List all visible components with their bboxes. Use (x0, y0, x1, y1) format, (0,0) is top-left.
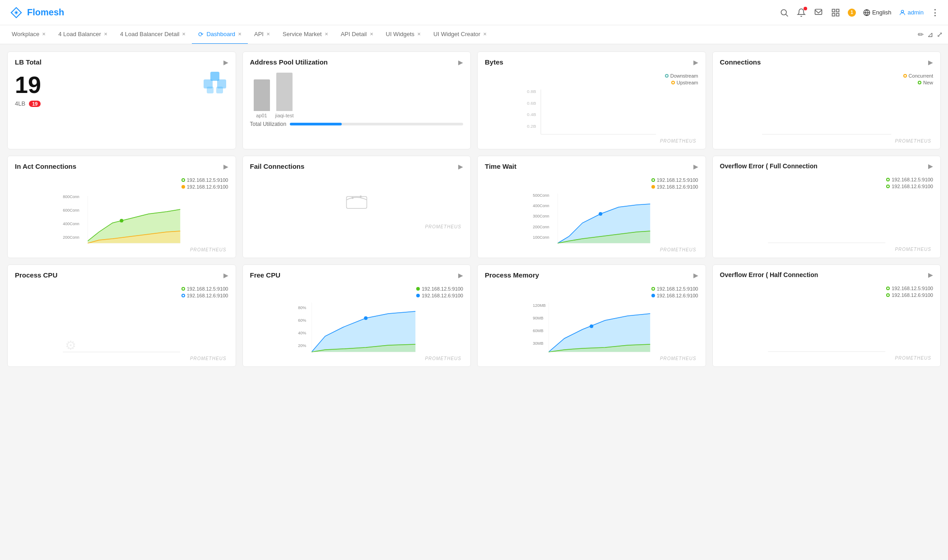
time-wait-prometheus: PROMETHEUS (485, 245, 698, 252)
connections-prometheus: PROMETHEUS (720, 137, 934, 143)
widget-overflow-half: Overflow Error ( Half Connection ▶ 192.1… (712, 264, 941, 367)
lb-total-value: 19 (15, 73, 228, 97)
time-wait-expand[interactable]: ▶ (693, 163, 698, 170)
lb-total-expand[interactable]: ▶ (223, 59, 228, 66)
tabs-bar: Workplace ✕ 4 Load Balancer ✕ 4 Load Bal… (0, 25, 948, 44)
tab-api-detail-close[interactable]: ✕ (370, 32, 373, 37)
svg-text:60MB: 60MB (533, 329, 544, 333)
time-wait-chart-svg: 500Conn 400Conn 300Conn 200Conn 100Conn (485, 191, 698, 245)
process-memory-chart-svg: 120MB 90MB 60MB 30MB (485, 300, 698, 354)
filter-tabs-icon[interactable]: ⊿ (927, 30, 933, 39)
process-cpu-label-1: 192.168.12.5:9100 (187, 286, 228, 292)
widget-address-pool: Address Pool Utilization ▶ ap01 jiaqi-te… (242, 51, 471, 149)
grid-icon[interactable] (831, 8, 841, 18)
widget-lb-total: LB Total ▶ 19 4LB 19 (7, 51, 236, 149)
tab-lb-label: 4 Load Balancer (58, 31, 101, 37)
notification-icon[interactable] (796, 8, 806, 18)
overflow-half-expand[interactable]: ▶ (928, 271, 933, 278)
tab-load-balancer[interactable]: 4 Load Balancer ✕ (52, 25, 114, 44)
utilization-row: Total Utilization (250, 121, 464, 127)
svg-text:0.8B: 0.8B (527, 89, 536, 94)
tab-api[interactable]: API ✕ (248, 25, 276, 44)
svg-point-0 (15, 11, 18, 14)
overflow-full-icon-1 (886, 178, 890, 181)
svg-text:300Conn: 300Conn (533, 214, 549, 218)
tab-service-market-close[interactable]: ✕ (325, 32, 328, 37)
in-act-label-1: 192.168.12.5:9100 (187, 177, 228, 183)
bar-ap01-label: ap01 (256, 113, 267, 118)
svg-point-42 (599, 212, 602, 216)
in-act-legend-1: 192.168.12.5:9100 (181, 177, 228, 183)
downstream-icon (665, 74, 669, 78)
process-cpu-label-2: 192.168.12.6:9100 (187, 293, 228, 298)
address-pool-expand[interactable]: ▶ (458, 59, 463, 66)
lb-total-body: 19 4LB 19 (8, 69, 236, 149)
more-options-icon[interactable]: ⋮ (931, 8, 939, 18)
util-bar-fill (290, 123, 342, 125)
widget-bytes-header: Bytes ▶ (478, 52, 706, 69)
overflow-full-body: 192.168.12.5:9100 192.168.12.6:9100 PROM… (713, 173, 941, 258)
tab-dashboard-label: Dashboard (206, 31, 235, 37)
edit-tabs-icon[interactable]: ✏ (918, 30, 924, 39)
svg-text:400Conn: 400Conn (63, 222, 79, 226)
tab-ui-widgets-label: UI Widgets (386, 31, 415, 37)
tab-api-close[interactable]: ✕ (266, 32, 270, 37)
fail-expand[interactable]: ▶ (458, 163, 463, 170)
logo[interactable]: Flomesh (9, 5, 64, 20)
language-selector[interactable]: English (863, 9, 892, 16)
svg-rect-14 (207, 87, 214, 93)
bytes-prometheus: PROMETHEUS (485, 137, 698, 143)
admin-menu[interactable]: admin (899, 9, 924, 16)
bytes-expand[interactable]: ▶ (693, 59, 698, 66)
tab-workplace-label: Workplace (12, 31, 39, 37)
tab-api-detail[interactable]: API Detail ✕ (335, 25, 380, 44)
tab-workplace-close[interactable]: ✕ (42, 32, 46, 37)
lb-icon (201, 69, 228, 98)
tabs-actions: ✏ ⊿ ⤢ (918, 30, 943, 39)
free-cpu-legend: 192.168.12.5:9100 192.168.12.6:9100 (250, 286, 464, 298)
connections-expand[interactable]: ▶ (928, 59, 933, 66)
tab-lb-detail-close[interactable]: ✕ (182, 32, 186, 37)
message-icon[interactable] (813, 8, 823, 18)
svg-point-54 (364, 316, 367, 320)
process-memory-title: Process Memory (485, 271, 539, 279)
widget-process-memory-header: Process Memory ▶ (478, 265, 706, 282)
overflow-full-prometheus: PROMETHEUS (720, 245, 934, 252)
tab-ui-widgets-close[interactable]: ✕ (417, 32, 421, 37)
overflow-full-expand[interactable]: ▶ (928, 162, 933, 170)
tab-lb-close[interactable]: ✕ (104, 32, 107, 37)
tab-api-detail-label: API Detail (341, 31, 367, 37)
expand-icon[interactable]: ⤢ (937, 30, 943, 39)
time-wait-icon-2 (651, 185, 655, 189)
time-wait-chart: 500Conn 400Conn 300Conn 200Conn 100Conn (485, 191, 698, 245)
dashboard-grid: LB Total ▶ 19 4LB 19 Address Pool U (0, 44, 948, 374)
overflow-full-icon-2 (886, 185, 890, 188)
tab-workplace[interactable]: Workplace ✕ (5, 25, 52, 44)
process-cpu-chart: ⚙ (15, 300, 228, 354)
process-cpu-title: Process CPU (15, 271, 57, 279)
process-cpu-legend-2: 192.168.12.6:9100 (181, 293, 228, 298)
search-icon[interactable] (779, 8, 789, 18)
tab-service-market-label: Service Market (283, 31, 322, 37)
in-act-title: In Act Connections (15, 162, 76, 170)
tab-service-market[interactable]: Service Market ✕ (276, 25, 335, 44)
tab-lb-detail[interactable]: 4 Load Balancer Detail ✕ (114, 25, 192, 44)
tab-ui-widgets[interactable]: UI Widgets ✕ (380, 25, 428, 44)
lb-sub-label: 4LB (15, 100, 25, 107)
process-memory-prometheus: PROMETHEUS (485, 354, 698, 361)
process-memory-expand[interactable]: ▶ (693, 272, 698, 279)
svg-rect-15 (216, 87, 223, 93)
free-cpu-expand[interactable]: ▶ (458, 272, 463, 279)
logo-text: Flomesh (27, 7, 64, 18)
process-cpu-expand[interactable]: ▶ (223, 272, 228, 279)
tab-ui-widget-creator-close[interactable]: ✕ (483, 32, 487, 37)
tab-dashboard-close[interactable]: ✕ (238, 32, 242, 37)
process-cpu-legend: 192.168.12.5:9100 192.168.12.6:9100 (15, 286, 228, 298)
tab-ui-widget-creator[interactable]: UI Widget Creator ✕ (427, 25, 493, 44)
process-cpu-body: 192.168.12.5:9100 192.168.12.6:9100 ⚙ PR… (8, 282, 236, 366)
process-memory-icon-1 (651, 287, 655, 291)
connections-body: Concurrent New PROMETHEUS (713, 69, 941, 149)
in-act-expand[interactable]: ▶ (223, 163, 228, 170)
in-act-chart: 800Conn 600Conn 400Conn 200Conn (15, 191, 228, 245)
tab-dashboard[interactable]: ⟳ Dashboard ✕ (192, 25, 248, 44)
